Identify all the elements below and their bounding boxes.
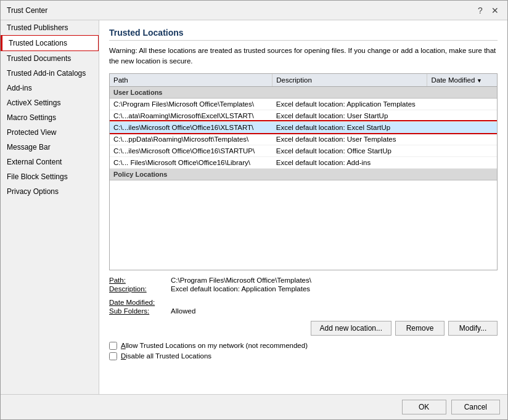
warning-text: Warning: All these locations are treated… — [109, 46, 498, 67]
table-row[interactable]: C:\Program Files\Microsoft Office\Templa… — [110, 98, 497, 110]
sidebar-item-external-content[interactable]: External Content — [1, 155, 99, 169]
detail-subfolders-row: Sub Folders: Allowed — [109, 307, 498, 315]
detail-subfolders-label: Sub Folders: — [109, 307, 171, 315]
header-date-modified[interactable]: Date Modified — [427, 74, 497, 87]
locations-table-container: Path Description Date Modified User Loca… — [109, 73, 498, 270]
allow-network-label[interactable]: Allow Trusted Locations on my network (n… — [121, 342, 308, 349]
help-button[interactable]: ? — [474, 4, 486, 17]
detail-path-label: Path: — [109, 277, 171, 284]
sidebar-item-macro-settings[interactable]: Macro Settings — [1, 110, 99, 125]
ok-button[interactable]: OK — [402, 400, 446, 414]
detail-path-value: C:\Program Files\Microsoft Office\Templa… — [171, 277, 311, 284]
section-header-user-locations: User Locations — [110, 86, 497, 98]
locations-table: Path Description Date Modified User Loca… — [110, 74, 497, 180]
sidebar-item-activex-settings[interactable]: ActiveX Settings — [1, 95, 99, 110]
disable-all-label[interactable]: Disable all Trusted Locations — [121, 352, 211, 360]
sidebar-item-add-ins[interactable]: Add-ins — [1, 81, 99, 95]
allow-network-checkbox[interactable] — [109, 342, 117, 350]
detail-description-value: Excel default location: Application Temp… — [171, 285, 310, 293]
detail-date-label: Date Modified: — [109, 299, 171, 306]
section-header-policy-locations: Policy Locations — [110, 168, 497, 180]
dialog-footer: OK Cancel — [1, 394, 507, 419]
dialog-body: Trusted PublishersTrusted LocationsTrust… — [1, 20, 507, 394]
sidebar: Trusted PublishersTrusted LocationsTrust… — [1, 20, 99, 394]
disable-all-row: Disable all Trusted Locations — [109, 352, 498, 360]
content-area: Trusted Locations Warning: All these loc… — [99, 20, 507, 394]
table-row[interactable]: C:\...iles\Microsoft Office\Office16\XLS… — [110, 121, 497, 133]
title-bar-controls: ? ✕ — [474, 4, 501, 17]
allow-network-row: Allow Trusted Locations on my network (n… — [109, 342, 498, 350]
sidebar-item-trusted-documents[interactable]: Trusted Documents — [1, 51, 99, 66]
title-bar: Trust Center ? ✕ — [1, 1, 507, 20]
detail-path-row: Path: C:\Program Files\Microsoft Office\… — [109, 277, 498, 284]
trust-center-dialog: Trust Center ? ✕ Trusted PublishersTrust… — [0, 0, 508, 420]
modify-button[interactable]: Modify... — [448, 321, 498, 336]
table-row[interactable]: C:\... Files\Microsoft Office\Office16\L… — [110, 156, 497, 168]
sidebar-item-trusted-publishers[interactable]: Trusted Publishers — [1, 20, 99, 35]
sidebar-item-trusted-locations[interactable]: Trusted Locations — [1, 35, 99, 51]
cancel-button[interactable]: Cancel — [451, 400, 500, 414]
action-button-row: Add new location... Remove Modify... — [109, 321, 498, 336]
detail-date-row: Date Modified: — [109, 299, 498, 306]
disable-all-checkbox[interactable] — [109, 352, 117, 360]
remove-button[interactable]: Remove — [395, 321, 444, 336]
detail-subfolders-value: Allowed — [171, 307, 195, 315]
detail-description-label: Description: — [109, 285, 171, 293]
header-description: Description — [272, 74, 427, 87]
sidebar-item-protected-view[interactable]: Protected View — [1, 125, 99, 140]
header-path: Path — [110, 74, 272, 87]
table-header-row: Path Description Date Modified — [110, 74, 497, 87]
content-title: Trusted Locations — [109, 28, 498, 41]
details-section: Path: C:\Program Files\Microsoft Office\… — [109, 277, 498, 294]
close-button[interactable]: ✕ — [489, 4, 501, 17]
sidebar-item-file-block-settings[interactable]: File Block Settings — [1, 169, 99, 184]
table-row[interactable]: C:\...ppData\Roaming\Microsoft\Templates… — [110, 133, 497, 145]
sidebar-item-message-bar[interactable]: Message Bar — [1, 140, 99, 155]
table-row[interactable]: C:\...iles\Microsoft Office\Office16\STA… — [110, 145, 497, 156]
dialog-title: Trust Center — [7, 6, 47, 15]
details-section-2: Date Modified: Sub Folders: Allowed — [109, 299, 498, 316]
add-new-location-button[interactable]: Add new location... — [311, 321, 391, 336]
sidebar-item-trusted-addin-catalogs[interactable]: Trusted Add-in Catalogs — [1, 66, 99, 81]
detail-description-row: Description: Excel default location: App… — [109, 285, 498, 293]
table-row[interactable]: C:\...ata\Roaming\Microsoft\Excel\XLSTAR… — [110, 110, 497, 121]
sidebar-item-privacy-options[interactable]: Privacy Options — [1, 184, 99, 199]
